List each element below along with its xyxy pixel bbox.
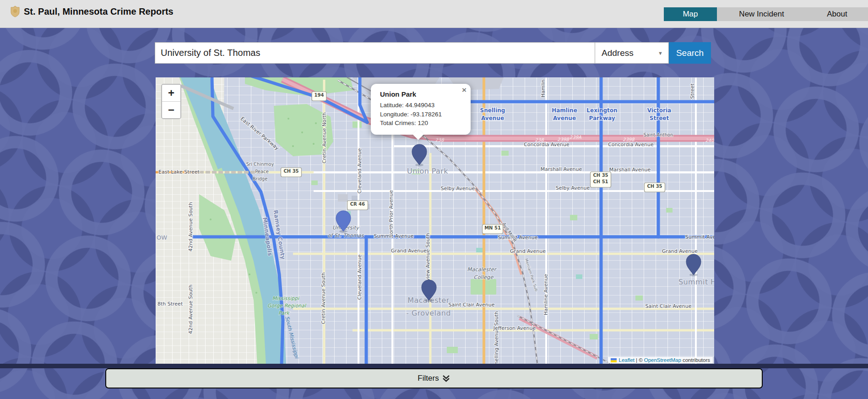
map-attribution: Leaflet | © OpenStreetMap contributors <box>608 357 713 363</box>
svg-text:MN 51: MN 51 <box>484 225 501 230</box>
leaflet-link[interactable]: Leaflet <box>619 357 635 363</box>
map-label: 238 <box>535 137 544 142</box>
route-shield: MN 51 <box>483 224 503 234</box>
map-label: Hamline Avenue <box>543 274 549 315</box>
map-label: Union Park <box>407 167 448 175</box>
map-label: Peace <box>255 169 269 174</box>
tab-new-incident[interactable]: New Incident <box>717 7 806 21</box>
map-label: Marshall Avenue <box>609 167 651 173</box>
attribution-separator: | © <box>636 357 643 363</box>
map-label: Saint Anthon <box>644 132 673 137</box>
map-label: Cretin Avenue North <box>321 112 327 164</box>
map-label: of St. Thomas <box>327 232 364 239</box>
map-label: Parkway <box>589 115 615 121</box>
svg-text:CR 46: CR 46 <box>350 202 365 207</box>
map-label: Gorge Regional <box>267 303 307 309</box>
map-label: Hamlin <box>540 80 546 98</box>
map-label: Victoria <box>647 107 671 114</box>
map-label: Snelling Avenue South <box>494 311 499 365</box>
map-label: Street <box>689 83 695 99</box>
map-label: Avenue <box>481 115 504 121</box>
map-label: East Lake Street <box>158 169 200 175</box>
search-bar: Address ▼ Search <box>155 42 711 64</box>
police-badge-icon <box>10 5 20 17</box>
map-label: Cretin Avenue South <box>320 273 326 324</box>
zoom-out-button[interactable]: − <box>162 102 180 118</box>
map-label: 240 <box>705 138 714 143</box>
popup-total-crimes: Total Crimes: 120 <box>380 119 461 128</box>
map-label: Summit Ave <box>685 234 714 240</box>
map-label: Cleveland Avenue <box>357 254 363 300</box>
map-container[interactable]: East Lake Street42nd Avenue South42nd Av… <box>156 77 714 365</box>
map-label: Grand Avenue <box>510 248 546 254</box>
map-label: Hamline <box>552 107 577 114</box>
map-label: Selby Avenue <box>556 185 590 191</box>
svg-text:194: 194 <box>315 93 324 98</box>
map-label: Macalester <box>467 266 497 273</box>
map-label: Marshall Avenue <box>541 166 582 172</box>
address-select-value: Address <box>602 48 634 58</box>
map-label: 2398 <box>623 137 635 142</box>
map-label: Sri Chinmoy <box>246 162 274 167</box>
search-input[interactable] <box>155 42 595 64</box>
ukraine-flag-icon <box>611 358 617 362</box>
svg-text:CH 35: CH 35 <box>593 173 608 178</box>
map-label: Concordia Avenue <box>524 142 570 148</box>
search-button[interactable]: Search <box>669 42 711 64</box>
map-label: 42nd Avenue South <box>188 284 194 334</box>
map-label: Lexington <box>586 107 617 114</box>
bottom-divider <box>0 364 868 368</box>
popup-close-button[interactable]: × <box>462 86 467 94</box>
svg-text:CH 35: CH 35 <box>647 184 662 189</box>
map-label: Concordia Avenue <box>608 142 654 148</box>
app-header: St. Paul, Minnesota Crime Reports Map Ne… <box>0 0 868 28</box>
page-title: St. Paul, Minnesota Crime Reports <box>24 6 174 17</box>
map-label: OW <box>157 234 167 241</box>
filters-label: Filters <box>418 374 439 383</box>
map-label: Snelling <box>480 107 505 114</box>
map-label: Saint Clair Avenue <box>646 303 692 309</box>
route-shield: CH 35 <box>281 168 302 177</box>
map-label: Summit H <box>678 278 714 286</box>
zoom-in-button[interactable]: + <box>162 85 180 102</box>
map-label: Mississippi <box>272 295 300 301</box>
map-label: 239A <box>570 135 581 140</box>
popup-title: Union Park <box>380 90 461 98</box>
map-label: Summit Avenue <box>498 235 537 240</box>
svg-text:CH 35: CH 35 <box>283 169 298 174</box>
openstreetmap-link[interactable]: OpenStreetMap <box>644 357 681 363</box>
chevron-down-icon: ▼ <box>658 50 663 56</box>
map-label: Cleveland Avenue <box>357 148 363 193</box>
double-chevron-down-icon <box>442 375 450 382</box>
map-label: Jefferson Avenue <box>493 325 536 331</box>
tab-about[interactable]: About <box>806 7 868 21</box>
zoom-control: + − <box>161 84 181 119</box>
map-label: Bridge <box>253 176 268 181</box>
map-label: North Prior Avenue <box>388 190 394 238</box>
map-label: Summit Avenue <box>374 233 413 239</box>
address-select[interactable]: Address ▼ <box>595 42 669 64</box>
map-popup: × Union Park Latitude: 44.949043 Longitu… <box>371 84 471 135</box>
map-label: 2398 <box>557 137 570 142</box>
tab-map[interactable]: Map <box>664 7 717 21</box>
map-label: 8th Street <box>157 301 183 307</box>
map-label: 42nd Avenue South <box>188 202 194 251</box>
svg-text:CH 51: CH 51 <box>593 179 608 184</box>
map-label: Avenue <box>553 115 576 121</box>
map-label: Selby Avenue <box>441 186 475 191</box>
popup-longitude: Longitude: -93.178261 <box>380 110 461 119</box>
filters-button[interactable]: Filters <box>105 368 763 388</box>
attribution-suffix: contributors <box>683 357 710 363</box>
route-shield: 194 <box>312 92 326 101</box>
popup-latitude: Latitude: 44.949043 <box>380 101 461 110</box>
map-label: College <box>474 274 494 280</box>
map-label: Street <box>650 115 669 121</box>
map-label: Grand Avenue <box>391 248 427 254</box>
map-label: Saint Clair Avenue <box>449 302 495 308</box>
map-label: Park <box>278 310 290 316</box>
map-label: 238 <box>435 137 445 142</box>
route-shield: CR 46 <box>347 201 368 210</box>
nav-tabs: Map New Incident About <box>664 7 868 21</box>
map-label: Grand Avenue <box>662 248 698 254</box>
route-shield: CH 35CH 51 <box>591 172 611 187</box>
